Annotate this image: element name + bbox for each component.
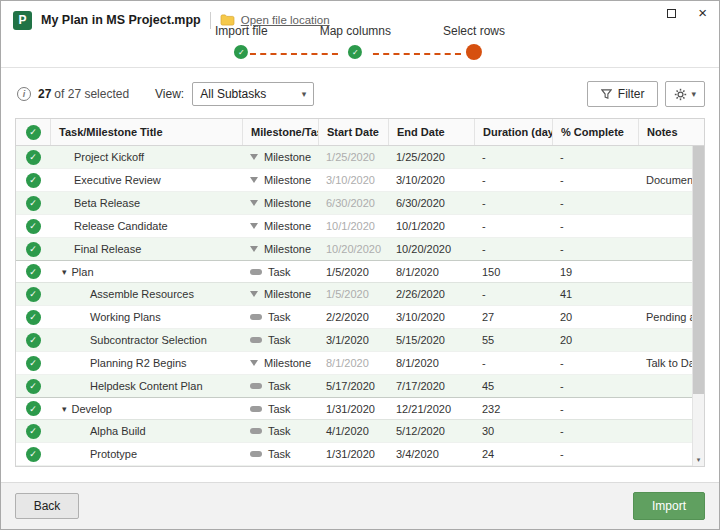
type-cell: Task: [242, 266, 318, 278]
row-title: Beta Release: [74, 197, 140, 209]
row-selected-checkmark-icon[interactable]: ✓: [26, 310, 41, 325]
table-row[interactable]: ✓ Executive Review Milestone 3/10/2020 3…: [16, 169, 692, 192]
row-title: Release Candidate: [74, 220, 168, 232]
milestone-icon: [250, 360, 258, 366]
select-all-cell[interactable]: ✓: [16, 119, 50, 145]
row-selected-checkmark-icon[interactable]: ✓: [26, 356, 41, 371]
table-row[interactable]: ✓ ▾ Develop Task 1/31/2020 12/21/2020 23…: [16, 397, 692, 420]
row-select-cell[interactable]: ✓: [16, 264, 50, 279]
filter-button[interactable]: Filter: [587, 81, 659, 107]
table-row[interactable]: ✓ Final Release Milestone 10/20/2020 10/…: [16, 238, 692, 261]
table-row[interactable]: ✓ ▾ Plan Task 1/5/2020 8/1/2020 150 19: [16, 260, 692, 283]
row-select-cell[interactable]: ✓: [16, 287, 50, 302]
row-start-date: 10/20/2020: [318, 243, 388, 255]
title-cell: Beta Release: [50, 197, 242, 209]
row-select-cell[interactable]: ✓: [16, 401, 50, 416]
back-button[interactable]: Back: [15, 493, 79, 519]
table-body-wrap: ✓ Project Kickoff Milestone 1/25/2020 1/…: [16, 146, 704, 466]
column-header-notes[interactable]: Notes: [638, 119, 704, 145]
column-header-end-date[interactable]: End Date: [388, 119, 474, 145]
table-row[interactable]: ✓ Project Kickoff Milestone 1/25/2020 1/…: [16, 146, 692, 169]
row-selected-checkmark-icon[interactable]: ✓: [26, 219, 41, 234]
header: P My Plan in MS Project.mpp Open file lo…: [1, 1, 719, 68]
table-row[interactable]: ✓ Subcontractor Selection Task 3/1/2020 …: [16, 329, 692, 352]
row-start-date: 6/30/2020: [318, 197, 388, 209]
table-row[interactable]: ✓ Alpha Build Task 4/1/2020 5/12/2020 30…: [16, 420, 692, 443]
row-end-date: 12/21/2020: [388, 403, 474, 415]
step-label: Import file: [215, 24, 268, 38]
row-type: Milestone: [264, 174, 311, 186]
row-select-cell[interactable]: ✓: [16, 242, 50, 257]
row-selected-checkmark-icon[interactable]: ✓: [26, 242, 41, 257]
row-selected-checkmark-icon[interactable]: ✓: [26, 264, 41, 279]
column-header-duration[interactable]: Duration (days): [474, 119, 552, 145]
row-duration: 24: [474, 448, 552, 460]
table-row[interactable]: ✓ Helpdesk Content Plan Task 5/17/2020 7…: [16, 375, 692, 398]
title-divider: [210, 12, 211, 29]
row-selected-checkmark-icon[interactable]: ✓: [26, 333, 41, 348]
close-icon[interactable]: ×: [698, 8, 707, 18]
row-start-date: 1/5/2020: [318, 288, 388, 300]
row-selected-checkmark-icon[interactable]: ✓: [26, 196, 41, 211]
row-selected-checkmark-icon[interactable]: ✓: [26, 150, 41, 165]
row-select-cell[interactable]: ✓: [16, 447, 50, 462]
maximize-icon[interactable]: [667, 9, 676, 18]
import-button[interactable]: Import: [633, 492, 705, 520]
row-select-cell[interactable]: ✓: [16, 219, 50, 234]
step-done-check-icon: ✓: [234, 45, 248, 59]
row-selected-checkmark-icon[interactable]: ✓: [26, 173, 41, 188]
row-selected-checkmark-icon[interactable]: ✓: [26, 287, 41, 302]
title-cell: Planning R2 Begins: [50, 357, 242, 369]
table-row[interactable]: ✓ Beta Release Milestone 6/30/2020 6/30/…: [16, 192, 692, 215]
table-body: ✓ Project Kickoff Milestone 1/25/2020 1/…: [16, 146, 692, 466]
row-select-cell[interactable]: ✓: [16, 150, 50, 165]
row-selected-checkmark-icon[interactable]: ✓: [26, 447, 41, 462]
row-selected-checkmark-icon[interactable]: ✓: [26, 379, 41, 394]
scrollbar-thumb[interactable]: [693, 146, 704, 394]
row-title: Helpdesk Content Plan: [90, 380, 203, 392]
column-header-title[interactable]: Task/Milestone Title: [50, 119, 242, 145]
row-select-cell[interactable]: ✓: [16, 424, 50, 439]
table-row[interactable]: ✓ Planning R2 Begins Milestone 8/1/2020 …: [16, 352, 692, 375]
title-cell: Helpdesk Content Plan: [50, 380, 242, 392]
row-selected-checkmark-icon[interactable]: ✓: [26, 401, 41, 416]
row-start-date: 3/1/2020: [318, 334, 388, 346]
table-row[interactable]: ✓ Prototype Task 1/31/2020 3/4/2020 24 -: [16, 443, 692, 466]
step-import-file: Import file ✓: [213, 24, 270, 59]
row-select-cell[interactable]: ✓: [16, 356, 50, 371]
view-dropdown[interactable]: All Subtasks ▾: [192, 82, 314, 106]
row-end-date: 1/25/2020: [388, 151, 474, 163]
row-select-cell[interactable]: ✓: [16, 196, 50, 211]
column-header-type[interactable]: Milestone/Task: [242, 119, 318, 145]
chevron-down-icon: ▾: [302, 89, 307, 99]
row-start-date: 1/31/2020: [318, 448, 388, 460]
collapse-caret-icon[interactable]: ▾: [62, 267, 67, 277]
column-header-percent-complete[interactable]: % Complete: [552, 119, 638, 145]
title-cell: Prototype: [50, 448, 242, 460]
row-duration: 55: [474, 334, 552, 346]
row-select-cell[interactable]: ✓: [16, 173, 50, 188]
scroll-down-icon[interactable]: ▾: [693, 453, 704, 466]
row-title: Final Release: [74, 243, 141, 255]
row-select-cell[interactable]: ✓: [16, 310, 50, 325]
title-cell: ▾ Plan: [50, 266, 242, 278]
row-end-date: 3/4/2020: [388, 448, 474, 460]
row-duration: 45: [474, 380, 552, 392]
select-all-checkmark-icon[interactable]: ✓: [26, 125, 41, 140]
settings-button[interactable]: ▾: [665, 81, 705, 107]
row-selected-checkmark-icon[interactable]: ✓: [26, 424, 41, 439]
row-select-cell[interactable]: ✓: [16, 379, 50, 394]
window-controls: ×: [667, 8, 707, 18]
column-header-start-date[interactable]: Start Date: [318, 119, 388, 145]
table-row[interactable]: ✓ Working Plans Task 2/2/2020 3/10/2020 …: [16, 306, 692, 329]
table-row[interactable]: ✓ Release Candidate Milestone 10/1/2020 …: [16, 215, 692, 238]
row-select-cell[interactable]: ✓: [16, 333, 50, 348]
type-cell: Task: [242, 448, 318, 460]
collapse-caret-icon[interactable]: ▾: [62, 404, 67, 414]
step-map-columns: Map columns ✓: [318, 24, 393, 59]
type-cell: Milestone: [242, 243, 318, 255]
row-percent-complete: 19: [552, 266, 638, 278]
table-row[interactable]: ✓ Assemble Resources Milestone 1/5/2020 …: [16, 283, 692, 306]
footer: Back Import: [1, 482, 719, 529]
vertical-scrollbar[interactable]: ▾: [692, 146, 704, 466]
